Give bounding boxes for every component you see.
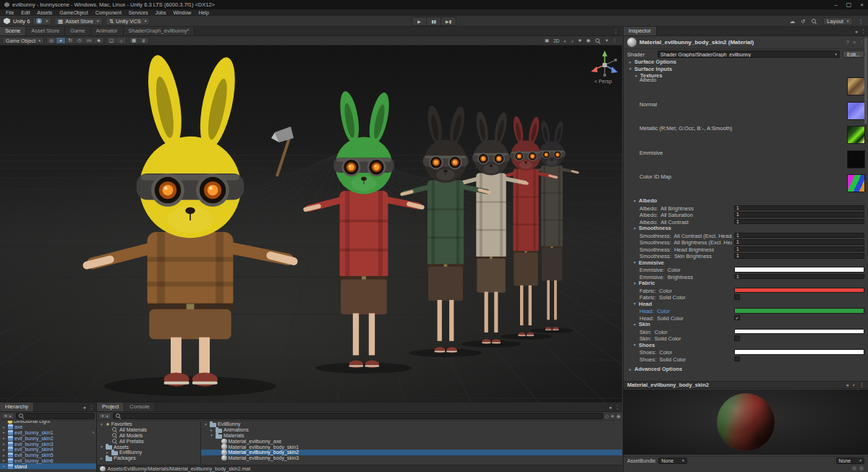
expander-icon[interactable]: ▸ <box>1 425 7 429</box>
color-swatch[interactable] <box>734 288 864 293</box>
hierarchy-item-evil-bunny-skin3[interactable]: ▸evil_bunny_skin3 <box>0 441 96 447</box>
tool-context-dropdown[interactable]: Game Object ▾ <box>2 37 44 44</box>
section-head[interactable]: ▾Head <box>624 301 868 308</box>
project-item-material-evilbunny-body-skin2[interactable]: Material_evilbunny_body_skin2 <box>201 450 622 455</box>
project-search-field[interactable] <box>113 413 604 419</box>
move-tool-button[interactable]: + <box>56 38 66 43</box>
section-smoothness[interactable]: ▾Smoothness <box>624 225 868 232</box>
scene-search-icon[interactable] <box>595 38 601 44</box>
project-item-material-evilbunny-axe[interactable]: Material_evilbunny_axe <box>201 438 622 444</box>
scene-kebab-icon[interactable]: ⋮ <box>613 38 618 43</box>
hierarchy-item-evil-bunny-skin1[interactable]: ▸evil_bunny_skin1› <box>0 430 96 436</box>
project-item-animations[interactable]: ▸Animations <box>201 427 622 433</box>
tab-inspector[interactable]: Inspector <box>624 27 657 35</box>
project-item-materials[interactable]: ▾Materials <box>201 433 622 439</box>
effects-dropdown[interactable]: ★ <box>578 38 582 43</box>
hierarchy-item-stand[interactable]: ▸stand <box>0 463 96 469</box>
project-item-evilbunny[interactable]: ▸EvilBunny <box>97 450 200 455</box>
expander-icon[interactable]: ▸ <box>1 447 7 452</box>
texture-thumbnail[interactable] <box>847 150 865 168</box>
color-swatch[interactable] <box>734 267 864 273</box>
expander-icon[interactable]: ▸ <box>1 464 7 468</box>
add-gameobject-button[interactable]: +▾ <box>1 413 14 419</box>
color-swatch[interactable] <box>734 308 864 314</box>
global-local-toggle[interactable]: ○ <box>116 38 126 43</box>
value-field[interactable]: 1 <box>734 253 864 259</box>
texture-thumbnail[interactable] <box>847 126 865 144</box>
section-emmisive[interactable]: ▾Emmisive <box>624 259 868 267</box>
texture-thumbnail[interactable] <box>847 102 865 120</box>
foldout-surface-options[interactable]: ▸Surface Options <box>624 59 868 66</box>
shader-edit-button[interactable]: Edit... <box>843 51 864 58</box>
section-fabric[interactable]: ▾Fabric <box>624 280 868 287</box>
hierarchy-item-evil-bunny-skin6[interactable]: ▸evil_bunny_skin6 <box>0 458 96 464</box>
hierarchy-item-evil-bunny-skin2[interactable]: ▸evil_bunny_skin2 <box>0 435 96 441</box>
project-item-material-evilbunny-body-skin1[interactable]: Material_evilbunny_body_skin1 <box>201 444 622 450</box>
inspector-kebab-icon[interactable]: ⋮ <box>861 28 866 34</box>
2d-toggle[interactable]: 2D <box>553 38 559 43</box>
value-field[interactable]: 1 <box>734 212 864 218</box>
presets-icon[interactable]: ≡ <box>853 40 856 45</box>
menu-services[interactable]: Services <box>125 10 152 15</box>
color-swatch[interactable] <box>734 329 864 335</box>
material-preview-header[interactable]: Material_evilbunny_body_skin2 ● ◐ ⋮ <box>624 381 868 389</box>
menu-help[interactable]: Help <box>195 10 212 15</box>
rotate-tool-button[interactable]: ↻ <box>66 38 75 43</box>
project-kebab-icon[interactable]: ⋮ <box>615 404 620 410</box>
search-icon[interactable] <box>811 18 817 25</box>
color-swatch[interactable] <box>734 349 864 355</box>
account-dropdown[interactable]: E ▾ <box>33 17 51 25</box>
header-kebab-icon[interactable]: ⋮ <box>859 40 864 46</box>
section-skin[interactable]: ▾Skin <box>624 321 868 328</box>
scene-3d-canvas[interactable] <box>0 46 622 402</box>
value-field[interactable]: 1 <box>734 246 864 252</box>
scene-view[interactable]: < Persp <box>0 46 622 402</box>
project-item-all-prefabs[interactable]: All Prefabs <box>97 438 200 444</box>
expander-icon[interactable]: ▸ <box>1 453 7 458</box>
view-tool-button[interactable]: ◎ <box>47 38 56 43</box>
persp-label[interactable]: < Persp <box>595 79 612 84</box>
shader-dropdown[interactable]: Shader Graphs/ShaderGraph_evilbunny▾ <box>658 51 840 58</box>
close-button[interactable]: × <box>860 1 864 8</box>
preview-lighting-icon[interactable]: ◐ <box>853 382 856 387</box>
step-button[interactable]: ▶▮ <box>441 17 456 25</box>
project-item-material-evilbunny-body-skin3[interactable]: Material_evilbunny_body_skin3 <box>201 455 622 461</box>
grid-visibility-toggle[interactable]: ▦ <box>129 38 139 43</box>
pivot-toggle[interactable]: ◻ <box>107 38 116 43</box>
menu-edit[interactable]: Edit <box>17 10 33 15</box>
checkbox[interactable] <box>734 294 740 300</box>
texture-thumbnail[interactable] <box>847 174 865 192</box>
project-item-evilbunny[interactable]: ▾EvilBunny <box>201 421 622 427</box>
foldout-surface-inputs[interactable]: ▾Surface Inputs <box>624 66 868 73</box>
search-by-type-icon[interactable]: ◇ <box>605 413 608 419</box>
tab-scene[interactable]: Scene <box>0 27 26 35</box>
snap-toggle[interactable]: # <box>139 38 148 43</box>
expander-icon[interactable]: ▸ <box>1 458 7 463</box>
value-field[interactable]: 1 <box>734 219 864 225</box>
scene-visibility-toggle[interactable]: ◉ <box>587 38 591 43</box>
layout-dropdown[interactable]: Layout▾ <box>823 17 852 25</box>
play-button[interactable]: ▶ <box>412 17 427 25</box>
menu-gameobject[interactable]: GameObject <box>56 10 91 15</box>
menu-window[interactable]: Window <box>170 10 195 15</box>
hierarchy-lock-icon[interactable]: ● <box>83 405 86 410</box>
inspector-scrollbar[interactable] <box>864 38 867 124</box>
cloud-icon[interactable]: ☁ <box>789 18 795 25</box>
project-item-assets[interactable]: ▾Assets <box>97 444 200 450</box>
value-field[interactable]: 1 <box>734 205 864 211</box>
value-field[interactable]: 1 <box>734 239 864 245</box>
hidden-packages-icon[interactable]: ◉ <box>616 413 621 419</box>
tab-shadergraph-evilbunny[interactable]: ShaderGraph_evilbunny* <box>124 27 195 35</box>
tab-project[interactable]: Project <box>97 403 124 411</box>
checkbox[interactable] <box>734 356 740 362</box>
maximize-button[interactable]: ▢ <box>846 1 852 8</box>
foldout-advanced-options[interactable]: ▸Advanced Options <box>624 366 868 373</box>
checkbox[interactable]: ✓ <box>734 315 740 321</box>
section-albedo[interactable]: ▾Albedo <box>624 197 868 205</box>
menu-component[interactable]: Component <box>92 10 125 15</box>
tab-animator[interactable]: Animator <box>91 27 124 35</box>
project-lock-icon[interactable]: ● <box>609 405 612 410</box>
value-field[interactable]: 1 <box>734 274 864 280</box>
hierarchy-search-field[interactable] <box>16 413 95 419</box>
hierarchy-kebab-icon[interactable]: ⋮ <box>89 404 94 410</box>
